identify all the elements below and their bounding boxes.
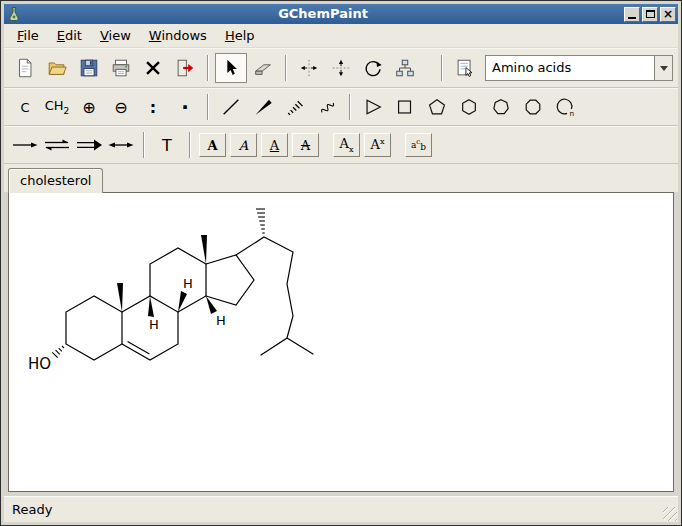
wedge-bond-tool-button[interactable] bbox=[247, 92, 279, 122]
ring-5-icon bbox=[426, 96, 448, 118]
molecule-cholesterol[interactable]: HO H H H bbox=[9, 193, 673, 491]
menubar: File Edit View Windows Help bbox=[4, 24, 678, 48]
toolbar-separator bbox=[207, 55, 209, 81]
templates-combobox[interactable]: Amino acids bbox=[485, 55, 673, 81]
radical-tool-button[interactable]: · bbox=[169, 92, 201, 122]
ring-7-tool-button[interactable] bbox=[485, 92, 517, 122]
carbon-tool-button[interactable]: C bbox=[9, 92, 41, 122]
retrosynthesis-arrow-tool-button[interactable] bbox=[73, 130, 105, 160]
save-icon bbox=[78, 57, 100, 79]
menu-file[interactable]: File bbox=[8, 25, 48, 46]
new-document-icon bbox=[14, 57, 36, 79]
ring-4-icon bbox=[394, 96, 416, 118]
hydroxyl-label: HO bbox=[28, 355, 51, 373]
molecule-bonds bbox=[66, 237, 313, 360]
equilibrium-arrow-tool-button[interactable] bbox=[41, 130, 73, 160]
resize-grip[interactable] bbox=[663, 507, 677, 521]
close-button[interactable]: × bbox=[660, 7, 676, 22]
flip-horizontal-icon bbox=[298, 57, 320, 79]
italic-icon: A bbox=[239, 138, 248, 153]
italic-button[interactable]: A bbox=[230, 133, 257, 157]
squiggle-bond-icon bbox=[316, 96, 338, 118]
electron-pair-tool-button[interactable]: : bbox=[137, 92, 169, 122]
hash-bond-tool-button[interactable] bbox=[279, 92, 311, 122]
eraser-tool-button[interactable] bbox=[247, 53, 279, 83]
app-window: GChemPaint × File Edit View Windows Help bbox=[0, 0, 682, 526]
ring-8-icon bbox=[522, 96, 544, 118]
ring-5-tool-button[interactable] bbox=[421, 92, 453, 122]
group-icon bbox=[394, 57, 416, 79]
maximize-button[interactable] bbox=[642, 7, 658, 22]
print-button[interactable] bbox=[105, 53, 137, 83]
rotate-tool-button[interactable] bbox=[357, 53, 389, 83]
templates-combobox-dropdown[interactable] bbox=[654, 56, 672, 80]
selection-arrow-icon bbox=[220, 57, 242, 79]
menu-edit[interactable]: Edit bbox=[48, 25, 91, 46]
templates-group: Amino acids bbox=[435, 53, 673, 83]
underline-button[interactable]: A bbox=[261, 133, 288, 157]
toolbar-separator bbox=[207, 94, 209, 120]
ring-7-icon bbox=[490, 96, 512, 118]
methylene-tool-button[interactable]: CH2 bbox=[41, 92, 73, 122]
flip-vertical-button[interactable] bbox=[325, 53, 357, 83]
new-button[interactable] bbox=[9, 53, 41, 83]
mesomery-arrow-tool-button[interactable] bbox=[105, 130, 137, 160]
select-tool-button[interactable] bbox=[215, 53, 247, 83]
stereo-wedge-bonds bbox=[117, 235, 217, 317]
toolbar-separator bbox=[349, 94, 351, 120]
menu-windows[interactable]: Windows bbox=[140, 25, 216, 46]
positive-charge-tool-button[interactable]: ⊕ bbox=[73, 92, 105, 122]
circled-minus-icon: ⊖ bbox=[114, 98, 127, 117]
symbol-picker-button[interactable]: acb bbox=[405, 133, 432, 157]
quit-icon bbox=[174, 57, 196, 79]
hydrogen-label: H bbox=[183, 276, 193, 291]
electron-pair-icon: : bbox=[150, 98, 156, 117]
tab-bar: cholesterol bbox=[4, 164, 678, 192]
text-tool-button[interactable]: T bbox=[151, 130, 183, 160]
close-document-button[interactable] bbox=[137, 53, 169, 83]
window-title: GChemPaint bbox=[24, 5, 622, 23]
app-icon bbox=[6, 6, 22, 22]
mesomery-arrow-icon bbox=[106, 133, 136, 157]
single-bond-icon bbox=[220, 96, 242, 118]
arrow-tool-button[interactable] bbox=[9, 130, 41, 160]
save-button[interactable] bbox=[73, 53, 105, 83]
methylene-tool-label: CH2 bbox=[45, 98, 70, 116]
ring-n-icon: n bbox=[554, 96, 576, 118]
ring-3-tool-button[interactable] bbox=[357, 92, 389, 122]
ring-n-tool-button[interactable]: n bbox=[549, 92, 581, 122]
minimize-button[interactable] bbox=[624, 7, 640, 22]
toolbar-arrows-text: T A A A A Ax Ax acb bbox=[4, 126, 678, 164]
single-bond-tool-button[interactable] bbox=[215, 92, 247, 122]
quit-button[interactable] bbox=[169, 53, 201, 83]
reaction-arrow-icon bbox=[10, 133, 40, 157]
ring-6-tool-button[interactable] bbox=[453, 92, 485, 122]
open-button[interactable] bbox=[41, 53, 73, 83]
wedge-bond-icon bbox=[252, 96, 274, 118]
ring-4-tool-button[interactable] bbox=[389, 92, 421, 122]
group-tool-button[interactable] bbox=[389, 53, 421, 83]
tab-cholesterol[interactable]: cholesterol bbox=[8, 168, 103, 193]
ring-8-tool-button[interactable] bbox=[517, 92, 549, 122]
carbon-tool-label: C bbox=[20, 100, 29, 115]
flip-horizontal-button[interactable] bbox=[293, 53, 325, 83]
negative-charge-tool-button[interactable]: ⊖ bbox=[105, 92, 137, 122]
atom-labels: HO H H H bbox=[28, 276, 226, 373]
templates-button[interactable] bbox=[449, 53, 481, 83]
titlebar[interactable]: GChemPaint × bbox=[4, 4, 678, 24]
menu-help[interactable]: Help bbox=[216, 25, 264, 46]
maximize-icon bbox=[646, 10, 655, 18]
superscript-button[interactable]: Ax bbox=[364, 133, 391, 157]
squiggle-bond-tool-button[interactable] bbox=[311, 92, 343, 122]
subscript-button[interactable]: Ax bbox=[333, 133, 360, 157]
superscript-icon: Ax bbox=[371, 137, 385, 152]
menu-view[interactable]: View bbox=[91, 25, 140, 46]
print-icon bbox=[110, 57, 132, 79]
toolbar-separator bbox=[143, 132, 145, 158]
strikethrough-button[interactable]: A bbox=[292, 133, 319, 157]
bold-button[interactable]: A bbox=[199, 133, 226, 157]
drawing-canvas[interactable]: HO H H H bbox=[8, 192, 674, 492]
equilibrium-arrow-icon bbox=[42, 133, 72, 157]
text-tool-label: T bbox=[162, 136, 172, 155]
symbol-picker-icon: acb bbox=[411, 138, 426, 152]
